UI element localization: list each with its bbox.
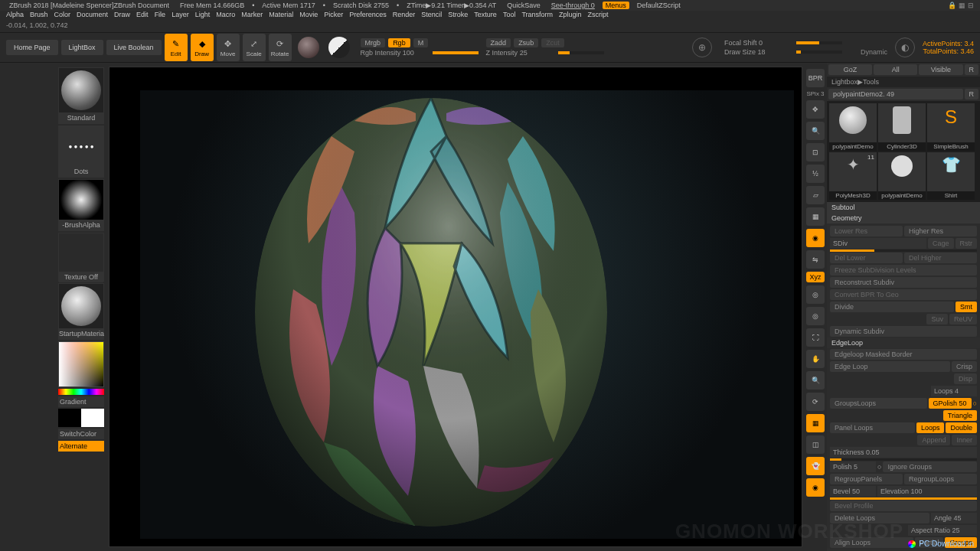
higher-res-button[interactable]: Higher Res — [904, 226, 977, 236]
panel-loops-button[interactable]: Panel Loops — [830, 422, 915, 433]
menu-stencil[interactable]: Stencil — [421, 11, 442, 21]
move-mode-button[interactable]: ✥Move — [217, 34, 240, 61]
append-button[interactable]: Append — [917, 435, 950, 445]
sdiv-slider[interactable]: SDiv — [830, 238, 926, 249]
bevel-profile-button[interactable]: Bevel Profile — [830, 500, 977, 511]
cage-button[interactable]: Cage — [928, 238, 954, 249]
tool-polymesh3d[interactable]: ✦PolyMesh3D11 — [829, 152, 877, 200]
seethrough-slider[interactable]: See-through 0 — [548, 2, 598, 9]
bpr-button[interactable]: BPR — [806, 69, 825, 87]
menu-draw[interactable]: Draw — [114, 11, 130, 21]
rgb-intensity-slider[interactable]: Rgb Intensity 100 — [361, 49, 430, 57]
menu-movie[interactable]: Movie — [299, 11, 318, 21]
tool-polypaintdemo2[interactable]: polypaintDemo — [878, 152, 926, 200]
menu-macro[interactable]: Macro — [216, 11, 235, 21]
focal-shift-slider[interactable]: Focal Shift 0 — [724, 39, 793, 47]
r-button[interactable]: R — [965, 64, 979, 75]
inner-button[interactable]: Inner — [952, 435, 977, 445]
menu-alpha[interactable]: Alpha — [6, 11, 24, 21]
ignore-groups-button[interactable]: Ignore Groups — [883, 461, 977, 472]
menu-color[interactable]: Color — [54, 11, 71, 21]
transp-button[interactable]: ◫ — [806, 435, 825, 454]
polyf-button[interactable]: ▦ — [806, 414, 825, 432]
elevation-slider[interactable]: Elevation 100 — [877, 486, 977, 497]
menu-transform[interactable]: Transform — [521, 11, 553, 21]
mrgb-button[interactable]: Mrgb — [361, 38, 386, 47]
regroup-panels-button[interactable]: RegroupPanels — [830, 474, 903, 484]
thickness-slider[interactable]: Thickness 0.05 — [830, 447, 977, 458]
menu-zscript[interactable]: Zscript — [588, 11, 609, 21]
brush-slot[interactable]: Standard — [58, 67, 104, 124]
rstr-button[interactable]: Rstr — [956, 238, 978, 249]
goz-button[interactable]: GoZ — [828, 64, 872, 75]
default-zscript[interactable]: DefaultZScript — [634, 2, 684, 9]
edgeloop-masked-button[interactable]: Edgeloop Masked Border — [830, 349, 977, 360]
lsym-button[interactable]: ⇋ — [806, 250, 825, 269]
gpolish-slider[interactable]: GPolish 50 — [929, 398, 972, 409]
viewport[interactable] — [109, 67, 802, 547]
freeze-subdiv-button[interactable]: Freeze SubDivision Levels — [830, 265, 977, 276]
all-button[interactable]: All — [874, 64, 917, 75]
crisp-button[interactable]: Crisp — [952, 361, 977, 372]
polish-slider[interactable]: Polish 5 — [830, 461, 876, 472]
menu-render[interactable]: Render — [393, 11, 416, 21]
r2-button[interactable]: R — [965, 89, 979, 99]
xyz-button[interactable]: Xyz — [806, 272, 825, 282]
menu-document[interactable]: Document — [77, 11, 108, 21]
gradient-button[interactable]: Gradient — [58, 396, 104, 407]
perspective-gizmo-icon[interactable]: ◐ — [895, 37, 915, 57]
menu-stroke[interactable]: Stroke — [448, 11, 468, 21]
menu-brush[interactable]: Brush — [30, 11, 48, 21]
smt-button[interactable]: Smt — [956, 302, 977, 312]
double-button[interactable]: Double — [946, 422, 977, 433]
visible-button[interactable]: Visible — [919, 64, 962, 75]
aspect-ratio-slider[interactable]: Aspect Ratio 25 — [908, 525, 977, 536]
lightbox-button[interactable]: LightBox — [61, 40, 103, 55]
menu-file[interactable]: File — [155, 11, 166, 21]
edgeloop-header[interactable]: EdgeLoop — [827, 337, 980, 348]
angle-slider[interactable]: Angle 45 — [931, 513, 977, 523]
grid-icon[interactable]: ▦ — [959, 2, 965, 9]
tool-polypaintdemo[interactable]: polypaintDemo — [829, 103, 877, 151]
home-page-button[interactable]: Home Page — [6, 40, 58, 55]
rotate-canvas-button[interactable]: ⟳ — [806, 393, 825, 411]
tool-shirt[interactable]: 👕Shirt — [927, 152, 975, 200]
menu-texture[interactable]: Texture — [474, 11, 497, 21]
groupsloops-button[interactable]: GroupsLoops — [830, 398, 927, 409]
menu-material[interactable]: Material — [269, 11, 293, 21]
live-boolean-button[interactable]: Live Boolean — [106, 40, 162, 55]
menu-edit[interactable]: Edit — [136, 11, 149, 21]
loops-slider[interactable]: Loops 4 — [931, 386, 977, 396]
texture-slot[interactable]: Texture Off — [58, 233, 104, 282]
local-button[interactable]: ◉ — [806, 229, 825, 247]
m-button[interactable]: M — [413, 38, 429, 47]
symmetry-x-button[interactable]: ◎ — [806, 285, 825, 304]
move-canvas-button[interactable]: ✋ — [806, 350, 825, 368]
tool-cylinder3d[interactable]: Cylinder3D — [878, 103, 926, 151]
breadcrumb[interactable]: Lightbox▶Tools — [827, 77, 980, 87]
aahalf-button[interactable]: ½ — [806, 165, 825, 183]
zsub-button[interactable]: Zsub — [514, 38, 538, 47]
del-lower-button[interactable]: Del Lower — [830, 253, 903, 263]
actual-button[interactable]: ⊡ — [806, 143, 825, 161]
zcut-button[interactable]: Zcut — [541, 38, 564, 47]
menu-preferences[interactable]: Preferences — [349, 11, 387, 21]
reuv-button[interactable]: ReUV — [949, 314, 977, 324]
convert-bpr-button[interactable]: Convert BPR To Geo — [830, 289, 977, 300]
material-slot[interactable]: StartupMateria — [58, 283, 104, 340]
spix-label[interactable]: SPix 3 — [806, 90, 824, 97]
alpha-slot[interactable]: -BrushAlpha — [58, 179, 104, 231]
del-higher-button[interactable]: Del Higher — [904, 253, 977, 263]
color-preview-icon[interactable] — [328, 37, 350, 58]
align-loops-button[interactable]: Align Loops — [830, 537, 913, 548]
menu-tool[interactable]: Tool — [503, 11, 516, 21]
subtool-header[interactable]: Subtool — [827, 202, 980, 213]
reconstruct-subdiv-button[interactable]: Reconstruct Subdiv — [830, 277, 977, 288]
zadd-button[interactable]: Zadd — [486, 38, 511, 47]
divide-button[interactable]: Divide — [830, 302, 954, 312]
z-intensity-slider[interactable]: Z Intensity 25 — [486, 49, 555, 57]
geometry-header[interactable]: Geometry — [827, 213, 980, 223]
edge-loop-button[interactable]: Edge Loop — [830, 361, 950, 372]
solo-button[interactable]: ◉ — [806, 478, 825, 497]
edit-mode-button[interactable]: ✎Edit — [165, 34, 188, 61]
